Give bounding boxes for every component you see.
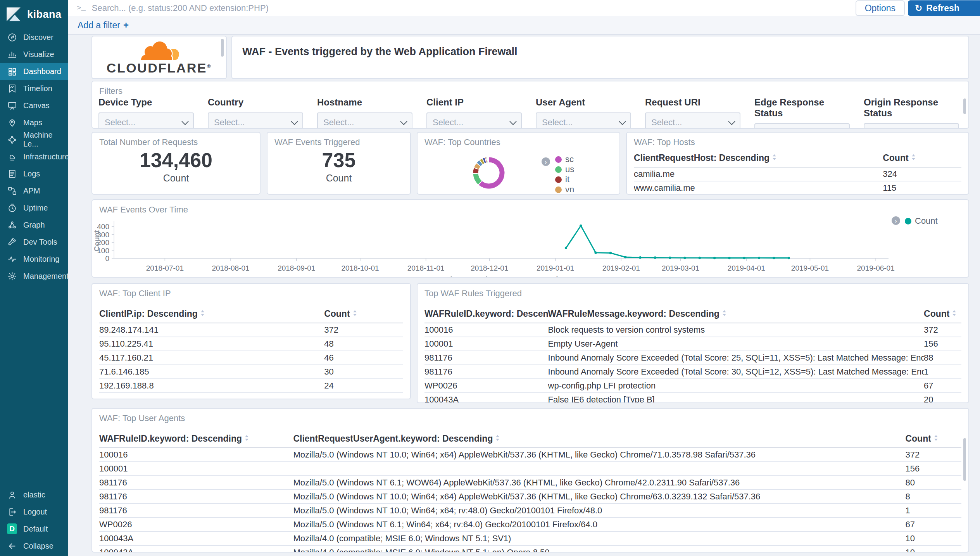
pie-slice-it[interactable]	[476, 169, 476, 173]
cloudflare-wordmark: CLOUDFLARE®	[107, 60, 212, 76]
filter-select-client-ip[interactable]: Select...	[426, 112, 522, 129]
sidebar-item-monitoring[interactable]: Monitoring	[0, 250, 68, 268]
table-cell: WP0026	[99, 518, 293, 532]
add-filter-button[interactable]: Add a filter +	[78, 20, 129, 31]
sidebar-item-default-space[interactable]: D Default	[0, 520, 68, 537]
filter-select-edge-response-status[interactable]: Select...	[754, 123, 850, 129]
data-point[interactable]	[609, 252, 612, 254]
sidebar-item-apm[interactable]: APM	[0, 182, 68, 199]
filter-group-device-type: Device TypeSelect...	[98, 97, 194, 129]
column-header[interactable]: WAFRuleID.keyword: Descending	[424, 309, 548, 323]
data-point[interactable]	[699, 257, 701, 259]
data-point[interactable]	[654, 256, 656, 259]
legend-item-vn[interactable]: vn	[555, 185, 574, 195]
sidebar-item-maps[interactable]: Maps	[0, 114, 68, 131]
data-point[interactable]	[580, 224, 582, 227]
sidebar-item-dashboard[interactable]: Dashboard	[0, 63, 68, 80]
sidebar-item-logout[interactable]: Logout	[0, 503, 68, 520]
sidebar-item-logs[interactable]: Logs	[0, 165, 68, 182]
sidebar-item-label: Timelion	[23, 84, 52, 93]
sidebar-item-uptime[interactable]: Uptime	[0, 199, 68, 216]
pie-slice-us[interactable]	[476, 174, 480, 183]
select-placeholder: Select...	[761, 128, 791, 129]
table-cell: Inbound Anomaly Score Exceeded (Total Sc…	[548, 365, 924, 379]
column-header[interactable]: ClientRequestUserAgent.keyword: Descendi…	[293, 433, 905, 448]
legend-item-it[interactable]: it	[555, 174, 569, 185]
heartbeat-icon	[7, 254, 17, 264]
metric-value: 134,460	[140, 150, 212, 171]
column-header[interactable]: ClientRequestHost: Descending	[634, 153, 883, 167]
table-cell: 100043A	[99, 532, 293, 546]
top-client-ip-table: ClientIP.ip: DescendingCount89.248.174.1…	[99, 309, 403, 393]
options-button[interactable]: Options	[856, 0, 905, 16]
column-header[interactable]: WAFRuleMessage.keyword: Descending	[548, 309, 924, 323]
sidebar-item-infrastructure[interactable]: Infrastructure	[0, 148, 68, 165]
data-point[interactable]	[594, 251, 597, 254]
sidebar-item-dev-tools[interactable]: Dev Tools	[0, 233, 68, 250]
data-point[interactable]	[773, 257, 775, 259]
pie-slice-sc[interactable]	[480, 160, 502, 186]
search-input[interactable]	[91, 3, 856, 14]
sidebar-item-user-elastic[interactable]: elastic	[0, 486, 68, 503]
kibana-logo[interactable]: kibana	[0, 0, 68, 28]
sidebar-item-discover[interactable]: Discover	[0, 29, 68, 46]
data-point[interactable]	[565, 247, 567, 249]
filter-select-hostname[interactable]: Select...	[317, 112, 412, 129]
top-waf-rules-panel: Top WAF Rules Triggered WAFRuleID.keywor…	[417, 283, 969, 403]
panel-scrollbar[interactable]	[221, 39, 224, 57]
data-point[interactable]	[669, 257, 671, 259]
pie-slice-other-4[interactable]	[479, 162, 481, 164]
data-point[interactable]	[743, 257, 745, 259]
data-point[interactable]	[788, 257, 790, 259]
legend-item-sc[interactable]: sc	[555, 154, 574, 164]
pie-slice-other-5[interactable]	[481, 161, 483, 162]
data-point[interactable]	[624, 256, 626, 258]
table-row: 981176Inbound Anomaly Score Exceeded (To…	[424, 365, 961, 379]
legend-expand-icon[interactable]: ›	[542, 157, 550, 166]
data-point[interactable]	[758, 257, 760, 259]
filter-select-request-uri[interactable]: Select...	[645, 112, 740, 129]
x-tick-label: 2019-05-01	[791, 264, 829, 272]
filter-label: Origin Response Status	[864, 97, 959, 119]
sidebar-item-visualize[interactable]: Visualize	[0, 46, 68, 63]
column-header[interactable]: Count	[924, 309, 961, 323]
sidebar-item-collapse[interactable]: Collapse	[0, 537, 68, 554]
top-hosts-table: ClientRequestHost: DescendingCountcamili…	[634, 153, 961, 195]
data-point[interactable]	[728, 257, 730, 259]
top-countries-panel: WAF: Top Countries › scusitvn	[417, 132, 620, 195]
filter-select-country[interactable]: Select...	[208, 112, 303, 129]
panel-scrollbar[interactable]	[963, 438, 966, 481]
plus-icon: +	[123, 20, 129, 31]
sidebar-item-management[interactable]: Management	[0, 268, 68, 285]
column-header[interactable]: Count	[905, 433, 961, 448]
legend-item-count[interactable]: Count	[905, 216, 938, 226]
table-cell: camilia.me	[634, 167, 883, 181]
filter-select-device-type[interactable]: Select...	[98, 112, 194, 129]
pie-slice-other-6[interactable]	[484, 160, 485, 161]
table-cell	[293, 462, 905, 476]
machine-learning-icon	[7, 135, 17, 145]
data-point[interactable]	[639, 256, 641, 259]
table-header-row: ClientRequestHost: DescendingCount	[634, 153, 961, 167]
panel-scrollbar[interactable]	[963, 98, 966, 114]
refresh-button[interactable]: ↻ Refresh	[908, 0, 980, 16]
data-point[interactable]	[713, 257, 716, 259]
filter-select-origin-response-status[interactable]: Select...	[864, 123, 959, 129]
column-header[interactable]: ClientIP.ip: Descending	[99, 309, 324, 323]
column-header[interactable]: WAFRuleID.keyword: Descending	[99, 433, 293, 448]
chevron-down-icon	[619, 118, 626, 125]
sidebar-item-graph[interactable]: Graph	[0, 216, 68, 233]
sidebar-item-canvas[interactable]: Canvas	[0, 97, 68, 114]
filter-select-user-agent[interactable]: Select...	[536, 112, 631, 129]
legend-item-us[interactable]: us	[555, 164, 574, 174]
legend-color-dot	[555, 156, 562, 163]
sidebar-item-label: Infrastructure	[23, 152, 69, 161]
sidebar-item-machine-learning[interactable]: Machine Le...	[0, 131, 68, 148]
column-header[interactable]: Count	[324, 309, 403, 323]
data-point[interactable]	[683, 257, 686, 259]
sidebar-item-timelion[interactable]: Timelion	[0, 80, 68, 97]
column-header[interactable]: Count	[883, 153, 961, 167]
pie-slice-vn[interactable]	[476, 165, 478, 168]
legend-label: Count	[915, 216, 938, 226]
legend-expand-icon[interactable]: ›	[892, 216, 900, 225]
